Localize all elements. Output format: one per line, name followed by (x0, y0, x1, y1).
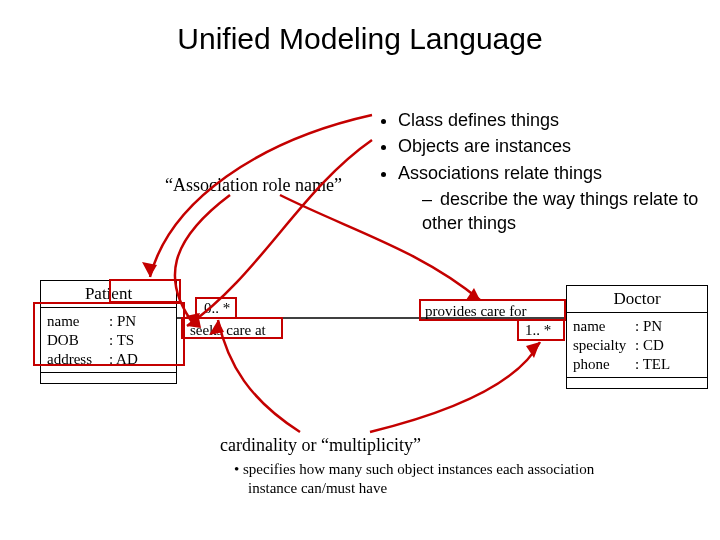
class-title: Patient (41, 281, 176, 308)
attr-type: : CD (635, 336, 664, 355)
cardinality-left: 0.. * (204, 300, 230, 317)
class-patient: Patient name: PN DOB: TS address: AD (40, 280, 177, 384)
class-title: Doctor (567, 286, 707, 313)
association-role-name-label: “Association role name” (165, 175, 342, 196)
bullet-item: Class defines things (398, 108, 720, 132)
attr-name: DOB (47, 331, 109, 350)
bullet-list: Class defines things Objects are instanc… (374, 106, 720, 237)
attr-name: address (47, 350, 109, 369)
bullet-item: Associations relate things (398, 161, 720, 185)
attr-name: specialty (573, 336, 635, 355)
svg-marker-10 (526, 342, 540, 358)
class-doctor: Doctor name: PN specialty: CD phone: TEL (566, 285, 708, 389)
page-title: Unified Modeling Language (0, 22, 720, 56)
svg-marker-8 (466, 288, 480, 300)
role-left: seeks care at (190, 322, 266, 339)
attr-name: name (47, 312, 109, 331)
attr-name: phone (573, 355, 635, 374)
attr-type: : TS (109, 331, 134, 350)
role-right: provides care for (425, 303, 527, 320)
attr-type: : PN (109, 312, 136, 331)
svg-marker-11 (142, 262, 157, 277)
attr-type: : AD (109, 350, 138, 369)
attr-type: : PN (635, 317, 662, 336)
footer-heading: cardinality or “multiplicity” (220, 435, 421, 456)
attr-name: name (573, 317, 635, 336)
diagram-lines (0, 0, 720, 540)
attr-type: : TEL (635, 355, 670, 374)
bullet-item: Objects are instances (398, 134, 720, 158)
footer-detail: specifies how many such object instances… (248, 460, 608, 498)
cardinality-right: 1.. * (525, 322, 551, 339)
bullet-subitem: describe the way things relate to other … (422, 187, 720, 236)
